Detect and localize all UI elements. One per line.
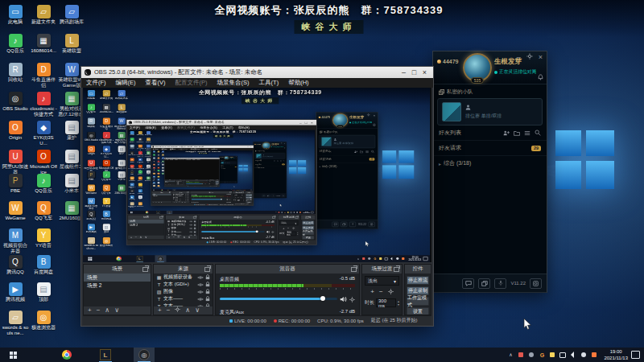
add-friend-icon[interactable] — [503, 130, 510, 136]
desktop-icon[interactable]: QQQ飞车 — [30, 201, 57, 221]
friend-requests-row[interactable]: 好友请求 29 — [433, 141, 547, 156]
add-icon[interactable]: + — [88, 306, 92, 315]
action-center-icon[interactable] — [631, 351, 640, 359]
client-settings-icon[interactable] — [530, 278, 542, 289]
tray-icon[interactable] — [559, 352, 566, 358]
move-up-icon[interactable]: ∧ — [105, 306, 109, 315]
desktop-icon[interactable]: M视频剪切合并器 — [2, 228, 29, 254]
lock-icon[interactable] — [205, 296, 210, 302]
add-icon[interactable]: + — [158, 306, 162, 315]
eye-icon[interactable] — [197, 275, 204, 280]
desktop-icon[interactable]: ♪QQ音乐 — [2, 34, 29, 54]
tray-icon[interactable]: G — [539, 352, 545, 358]
lock-icon[interactable] — [205, 282, 210, 287]
start-button[interactable] — [3, 348, 23, 362]
taskbar-clock[interactable]: 19:00 2021/11/13 — [601, 348, 631, 361]
tray-icon[interactable] — [580, 352, 587, 358]
transition-select[interactable]: 淡出▾ — [365, 276, 399, 286]
source-row[interactable]: T文本—— — [154, 295, 213, 302]
desktop-icon[interactable]: ▶腾讯视频 — [2, 282, 29, 302]
scene-item[interactable]: 场景 — [84, 274, 151, 282]
desktop-icon[interactable]: R回收站 — [2, 63, 29, 83]
desktop-icon[interactable]: U阿里UU加速器 — [2, 150, 29, 175]
speaker-icon[interactable] — [340, 291, 347, 306]
control-button[interactable]: 工作室模式 — [407, 297, 429, 306]
taskbar-lol-client[interactable]: L — [95, 348, 116, 362]
desktop-icon[interactable]: WWeGame — [2, 201, 29, 221]
tray-icon[interactable] — [570, 352, 576, 358]
remove-icon[interactable]: − — [167, 306, 171, 315]
menu-item[interactable]: 帮助(H) — [283, 78, 313, 88]
desktop-icon[interactable]: ▤顶部 — [30, 282, 57, 302]
desktop-icon[interactable]: ◆EYK(I)3S U... — [30, 121, 57, 146]
desktop-icon[interactable]: OOrigin — [2, 121, 29, 141]
menu-item[interactable]: 场景集合(S) — [213, 78, 254, 88]
taskbar-obs[interactable]: ◎ — [134, 348, 155, 362]
tray-icon[interactable] — [528, 352, 535, 358]
control-button[interactable]: 停止推流 — [407, 276, 429, 285]
remove-icon[interactable]: − — [97, 306, 101, 315]
desktop-icon[interactable]: ◎OBS Studio — [2, 92, 29, 112]
obs-maximize-button[interactable]: □ — [409, 67, 419, 78]
duration-spinbox[interactable]: 300 ms — [376, 298, 396, 307]
desktop-icon[interactable]: OMicrosoft Office — [30, 150, 57, 175]
transition-add-icon[interactable]: + — [370, 288, 374, 296]
popout-icon[interactable] — [351, 267, 357, 272]
bell-icon[interactable] — [538, 69, 543, 84]
taskbar-chrome[interactable] — [56, 348, 77, 362]
obs-titlebar[interactable]: OBS 25.0.8 (64-bit, windows) - 配置文件: 未命名… — [81, 67, 433, 78]
control-button[interactable]: 设置 — [407, 307, 429, 315]
desktop-icon[interactable]: YYY语音 — [30, 228, 57, 249]
windows-stack-icon[interactable] — [478, 278, 490, 289]
eye-icon[interactable] — [197, 297, 204, 302]
desktop-icon[interactable]: Q腾讯QQ — [2, 255, 29, 275]
summoner-avatar[interactable]: 535 — [463, 53, 492, 82]
transition-properties-gear-icon[interactable] — [388, 289, 394, 296]
desktop-icon[interactable]: PPBE — [2, 174, 29, 194]
transition-remove-icon[interactable]: − — [379, 288, 383, 296]
eye-icon[interactable] — [197, 282, 204, 287]
desktop-icon[interactable]: ▱新建文件夹 — [30, 5, 57, 25]
move-up-icon[interactable]: ∧ — [185, 306, 190, 315]
menu-item[interactable]: 编辑(E) — [111, 78, 141, 88]
obs-close-button[interactable]: × — [419, 67, 430, 78]
menu-item[interactable]: 文件(F) — [81, 78, 111, 88]
tray-icon[interactable] — [591, 352, 597, 358]
desktop-icon[interactable]: ♪QQ音乐 — [30, 174, 57, 194]
obs-minimize-button[interactable]: – — [398, 67, 409, 78]
chat-icon[interactable] — [462, 278, 474, 289]
desktop-icon[interactable]: ◎极速浏览器 — [30, 311, 57, 331]
popout-icon[interactable] — [394, 267, 399, 272]
list-icon[interactable] — [524, 130, 530, 136]
properties-icon[interactable] — [175, 306, 180, 315]
eye-icon[interactable] — [197, 304, 204, 307]
lock-icon[interactable] — [205, 289, 210, 294]
tray-icon[interactable]: ∧ — [507, 352, 514, 358]
desktop-icon[interactable]: ▱腾讯剧场库 — [58, 5, 85, 25]
source-row[interactable]: ▦视频捕获设备 — [154, 274, 213, 281]
source-row[interactable]: T文本 (GDI+) — [154, 281, 213, 288]
menu-item[interactable]: 工具(T) — [254, 78, 284, 88]
microphone-icon[interactable] — [494, 278, 506, 289]
desktop-icon[interactable]: D斗鱼直播伴侣 — [30, 63, 57, 88]
desktop-icon[interactable]: ♪cloudmusic -快捷方式 — [30, 92, 57, 117]
tray-icon[interactable] — [518, 352, 524, 358]
lol-settings-gear-icon[interactable] — [526, 53, 533, 61]
folder-icon[interactable] — [514, 130, 520, 136]
desktop-icon[interactable]: ▱swords & souls ne... — [2, 311, 29, 336]
source-row[interactable]: T文本—— — [154, 302, 213, 306]
lock-icon[interactable] — [205, 274, 210, 280]
desktop-icon[interactable]: L英雄联盟 — [58, 34, 85, 54]
move-down-icon[interactable]: ∨ — [114, 306, 119, 315]
friend-group-row[interactable]: ▸ 综合 (3/18) — [433, 156, 547, 171]
gear-icon[interactable] — [349, 291, 355, 306]
move-down-icon[interactable]: ∨ — [195, 306, 200, 315]
source-row[interactable]: ▨图像 — [154, 288, 213, 295]
popout-icon[interactable] — [204, 267, 210, 272]
party-card[interactable]: 排位赛 单排/双排 — [437, 98, 543, 125]
volume-slider[interactable] — [220, 298, 337, 300]
tray-icon[interactable] — [549, 352, 555, 358]
desktop-icon[interactable]: ▭此电脑 — [2, 5, 29, 25]
search-icon[interactable] — [535, 130, 541, 136]
eye-icon[interactable] — [197, 290, 204, 294]
